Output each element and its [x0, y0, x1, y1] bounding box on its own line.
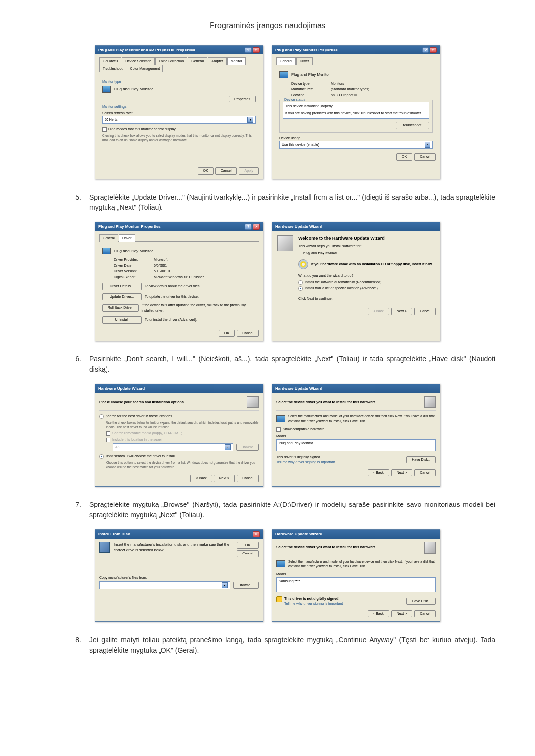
monitor-icon [102, 248, 111, 254]
display-properties-dialog: Plug and Play Monitor and 3D Prophet III… [95, 45, 263, 179]
tab-geforce3[interactable]: GeForce3 [99, 57, 121, 65]
close-button[interactable]: × [253, 224, 260, 230]
tab-general[interactable]: General [99, 234, 118, 242]
next-button[interactable]: Next > [391, 469, 412, 477]
uninstall-button[interactable]: Uninstall [102, 316, 142, 324]
manufacturer-value: (Standard monitor types) [331, 87, 369, 92]
help-button[interactable]: ? [422, 47, 429, 53]
next-button[interactable]: Next > [391, 308, 412, 315]
path-select[interactable]: A:\▾ [113, 443, 233, 451]
warning-icon [276, 596, 282, 602]
step-8: 8. Jei galite matyti toliau pateiktą pra… [69, 635, 495, 655]
close-button[interactable]: × [253, 531, 260, 537]
have-disk-button[interactable]: Have Disk... [406, 456, 436, 464]
ok-button[interactable]: OK [237, 542, 259, 549]
tab-color-management[interactable]: Color Management [127, 65, 163, 73]
wizard-icon [424, 542, 436, 554]
dialog-titlebar: Hardware Update Wizard [272, 222, 440, 231]
roll-back-driver-button[interactable]: Roll Back Driver [102, 304, 139, 312]
copy-from-label: Copy manufacturer's files from: [99, 575, 259, 581]
show-compatible-checkbox[interactable] [276, 427, 281, 432]
help-button[interactable]: ? [245, 224, 252, 230]
cancel-button[interactable]: Cancel [414, 153, 436, 161]
wizard-icon [424, 396, 436, 408]
close-button[interactable]: × [253, 47, 260, 53]
tab-driver[interactable]: Driver [119, 234, 135, 242]
dialog-titlebar: Plug and Play Monitor and 3D Prophet III… [95, 46, 263, 54]
roll-back-driver-text: If the device fails after updating the d… [142, 303, 256, 313]
dont-search-radio[interactable] [99, 454, 104, 459]
next-button[interactable]: Next > [214, 475, 235, 482]
next-button[interactable]: Next > [391, 610, 412, 618]
hardware-update-wizard-model-dialog: Hardware Update Wizard Select the device… [272, 529, 440, 622]
cancel-button[interactable]: Cancel [237, 330, 259, 337]
refresh-rate-select[interactable]: 60 Hertz ▾ [102, 116, 256, 124]
chevron-down-icon: ▾ [247, 117, 253, 123]
dialog-titlebar: Hardware Update Wizard [95, 384, 263, 393]
tab-general[interactable]: General [276, 57, 296, 65]
model-listbox[interactable]: Plug and Play Monitor [276, 439, 436, 451]
cancel-button[interactable]: Cancel [414, 308, 436, 315]
copy-from-select[interactable]: ▾ [99, 581, 230, 589]
model-label: Model [276, 572, 436, 577]
tabs: General Driver [276, 57, 436, 65]
tab-troubleshoot[interactable]: Troubleshoot [99, 65, 126, 73]
driver-details-text: To view details about the driver files. [145, 284, 200, 289]
include-location-checkbox[interactable] [106, 438, 110, 442]
back-button[interactable]: < Back [368, 610, 389, 618]
signing-link[interactable]: Tell me why driver signing is important [284, 601, 343, 606]
step-number: 8. [69, 635, 89, 655]
tab-driver[interactable]: Driver [296, 57, 313, 65]
properties-button[interactable]: Properties [229, 96, 256, 103]
ok-button[interactable]: OK [396, 153, 412, 161]
dont-search-label: Don't search. I will choose the driver t… [106, 454, 176, 459]
update-driver-text: To update the driver for this device. [145, 294, 199, 300]
dialog-title: Install From Disk [98, 531, 130, 537]
driver-details-button[interactable]: Driver Details... [102, 283, 142, 290]
chevron-down-icon: ▾ [425, 142, 430, 148]
show-compatible-label: Show compatible hardware [283, 427, 324, 432]
screenshot-pair-1: Plug and Play Monitor and 3D Prophet III… [40, 45, 495, 179]
tab-adapter[interactable]: Adapter [208, 57, 227, 65]
driver-provider-value: Microsoft [154, 257, 167, 263]
close-button[interactable]: × [430, 47, 437, 53]
back-button[interactable]: < Back [190, 475, 212, 482]
update-driver-button[interactable]: Update Driver... [102, 293, 142, 301]
have-disk-button[interactable]: Have Disk... [406, 598, 436, 605]
manufacturer-label: Manufacturer: [291, 87, 331, 92]
tab-device-selection[interactable]: Device Selection [122, 57, 155, 65]
browse-button[interactable]: Browse [236, 444, 259, 451]
tab-general[interactable]: General [188, 57, 207, 65]
search-removable-checkbox[interactable] [106, 431, 110, 436]
window-controls: × [253, 531, 260, 537]
cancel-button[interactable]: Cancel [414, 610, 436, 618]
browse-button[interactable]: Browse... [233, 582, 259, 589]
step-text: Pasirinkite „Don't search, I will..." (N… [89, 354, 495, 375]
search-best-radio[interactable] [99, 414, 104, 419]
cancel-button[interactable]: Cancel [215, 167, 237, 175]
ok-button[interactable]: OK [219, 330, 235, 337]
tab-monitor[interactable]: Monitor [227, 57, 246, 65]
hardware-update-wizard-select-dialog: Hardware Update Wizard Select the device… [272, 384, 440, 487]
model-listbox[interactable]: Samsung **** [276, 577, 436, 592]
chevron-down-icon: ▾ [222, 582, 228, 588]
select-desc: Select the manufacturer and model of you… [288, 414, 436, 424]
install-list-radio[interactable] [298, 286, 303, 291]
hide-modes-checkbox[interactable] [102, 127, 107, 132]
cancel-button[interactable]: Cancel [237, 475, 259, 482]
troubleshoot-button[interactable]: Troubleshoot... [396, 122, 429, 129]
digital-signer-label: Digital Signer: [114, 275, 154, 280]
tab-color-correction[interactable]: Color Correction [155, 57, 187, 65]
ok-button[interactable]: OK [198, 167, 214, 175]
cancel-button[interactable]: Cancel [414, 469, 436, 477]
back-button[interactable]: < Back [368, 308, 389, 315]
back-button[interactable]: < Back [368, 469, 389, 477]
cancel-button[interactable]: Cancel [237, 550, 259, 557]
signing-link[interactable]: Tell me why driver signing is important [276, 460, 335, 465]
device-usage-select[interactable]: Use this device (enable) ▾ [279, 141, 433, 149]
install-auto-radio[interactable] [298, 280, 303, 285]
device-type-value: Monitors [331, 81, 344, 87]
help-button[interactable]: ? [245, 47, 252, 53]
apply-button[interactable]: Apply [239, 167, 259, 175]
hide-modes-desc: Clearing this check box allows you to se… [102, 133, 256, 143]
